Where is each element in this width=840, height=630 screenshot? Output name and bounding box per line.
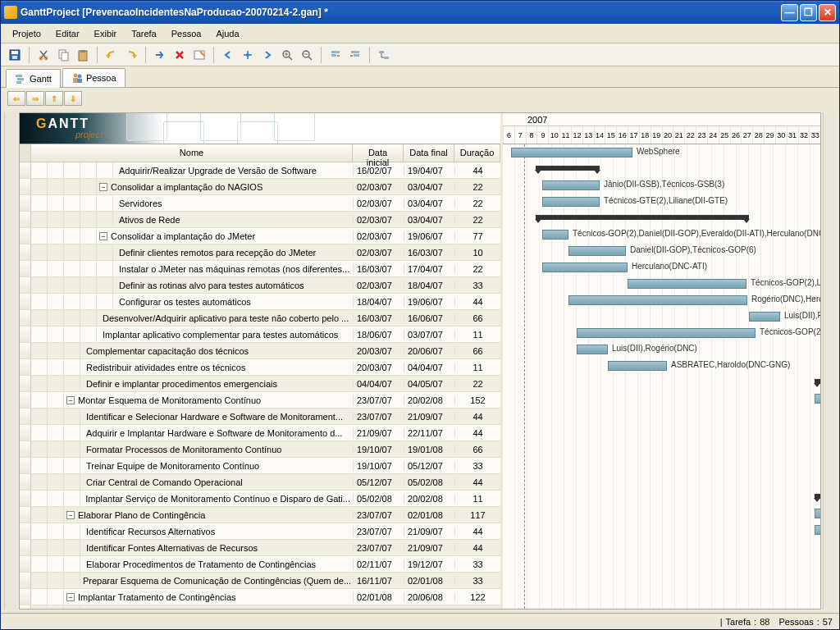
redo-icon[interactable] bbox=[122, 46, 140, 64]
tab-gantt[interactable]: Gantt bbox=[6, 69, 61, 88]
table-row[interactable]: Definir clientes remotos para recepção d… bbox=[20, 244, 500, 261]
menu-pessoa[interactable]: Pessoa bbox=[165, 27, 208, 40]
table-row[interactable]: −Montar Esquema de Monitoramento Contínu… bbox=[20, 392, 500, 409]
delete-task-icon[interactable] bbox=[171, 46, 189, 64]
task-name: Identificar e Selecionar Hardware e Soft… bbox=[86, 412, 343, 422]
gantt-bar[interactable]: Daniel(DII-GOP),Técnicos-GOP(6) bbox=[568, 246, 626, 256]
table-row[interactable]: Adquirir e Implantar Hardware e Software… bbox=[20, 425, 500, 441]
scroll-right-icon[interactable] bbox=[258, 46, 276, 64]
close-button[interactable]: ✕ bbox=[819, 4, 836, 21]
cut-icon[interactable] bbox=[34, 46, 52, 64]
tree-toggle-icon[interactable]: − bbox=[66, 593, 75, 601]
table-row[interactable]: Identificar Recursos Alternativos23/07/0… bbox=[20, 523, 500, 540]
gantt-bar[interactable]: Luis(DII),Rogério(DNC) bbox=[577, 345, 608, 354]
table-row[interactable]: Definir as rotinas alvo para testes auto… bbox=[20, 277, 500, 294]
col-data-final[interactable]: Data final bbox=[404, 144, 454, 162]
table-row[interactable]: Treinar Equipe de Monitoramento Contínuo… bbox=[20, 458, 500, 474]
table-row[interactable]: −Consolidar a implantação do NAGIOS02/03… bbox=[20, 179, 500, 195]
table-row[interactable]: Redistribuir atividades entre os técnico… bbox=[20, 359, 500, 376]
nav-forward-icon[interactable]: ⇒ bbox=[26, 91, 44, 106]
table-row[interactable]: Elaborar Procedimentos de Tratamento de … bbox=[20, 556, 500, 573]
table-row[interactable]: Servidores02/03/0703/04/0722 bbox=[20, 195, 500, 212]
gantt-bar[interactable]: Técnicos-GOP(23),Rita(D bbox=[577, 328, 756, 338]
gantt-bar[interactable] bbox=[536, 166, 600, 171]
copy-icon[interactable] bbox=[54, 46, 72, 64]
save-icon[interactable] bbox=[6, 46, 24, 64]
table-row[interactable]: Implantar Serviço de Monitoramento Contí… bbox=[20, 491, 500, 507]
table-row[interactable]: Ativos de Rede02/03/0703/04/0722 bbox=[20, 212, 500, 228]
gantt-bar[interactable]: Rogério(DNC),Herculano(DI bbox=[568, 295, 747, 305]
zoom-out-icon[interactable] bbox=[298, 46, 316, 64]
table-row[interactable]: Criar Central de Comando Operacional05/1… bbox=[20, 474, 500, 491]
right-scrollbar[interactable] bbox=[823, 112, 836, 609]
table-row[interactable]: Identificar Fontes Alternativas de Recur… bbox=[20, 540, 500, 556]
tree-toggle-icon[interactable]: − bbox=[99, 232, 107, 240]
tree-toggle-icon[interactable]: − bbox=[66, 396, 75, 404]
task-duration: 22 bbox=[454, 379, 500, 389]
timeline-day: 16 bbox=[616, 126, 628, 144]
tab-pessoa[interactable]: Pessoa bbox=[62, 68, 126, 87]
undo-icon[interactable] bbox=[103, 46, 121, 64]
col-data-inicial[interactable]: Data inicial bbox=[353, 144, 404, 162]
tree-toggle-icon[interactable]: − bbox=[99, 183, 107, 191]
gantt-bar[interactable]: Técnicos-GOP(2),Daniel(DII-GOP),Everaldo… bbox=[542, 230, 568, 240]
tree-toggle-icon[interactable]: − bbox=[66, 511, 75, 519]
nav-up-icon[interactable]: ⇑ bbox=[45, 91, 63, 106]
gantt-bar[interactable]: Jânio(DII-GSB),Técnicos-GSB(3) bbox=[542, 180, 600, 190]
gantt-bar[interactable]: Técnicos-GOP(2),Luciano bbox=[628, 279, 746, 289]
table-row[interactable]: −Implantar Tratamento de Contingências02… bbox=[20, 589, 500, 605]
minimize-button[interactable]: — bbox=[781, 4, 798, 21]
gantt-bar-label: Luis(DII),Rogério(DI bbox=[784, 311, 820, 320]
zoom-in-icon[interactable] bbox=[278, 46, 296, 64]
task-start: 02/01/08 bbox=[353, 592, 404, 602]
gantt-bar[interactable]: Herculano(DNC-ATI) bbox=[542, 262, 628, 272]
nav-back-icon[interactable]: ⇐ bbox=[7, 91, 25, 106]
properties-icon[interactable] bbox=[190, 46, 208, 64]
gantt-bar[interactable]: Técnicos-GTE(2),Liliane(DII-GTE) bbox=[542, 197, 600, 207]
table-row[interactable]: Preparar Simulações de Contingências02/0… bbox=[20, 605, 500, 609]
indent-icon[interactable] bbox=[346, 46, 364, 64]
nav-down-icon[interactable]: ⇓ bbox=[64, 91, 82, 106]
menu-ajuda[interactable]: Ajuda bbox=[209, 27, 245, 40]
table-row[interactable]: −Consolidar a implantação do JMeter02/03… bbox=[20, 228, 500, 244]
new-task-icon[interactable] bbox=[151, 46, 169, 64]
menu-exibir[interactable]: Exibir bbox=[88, 27, 124, 40]
table-row[interactable]: Preparar Esquema de Comunicação de Conti… bbox=[20, 573, 500, 589]
table-row[interactable]: Adquirir/Realizar Upgrade de Versão de S… bbox=[20, 162, 500, 179]
gantt-bar[interactable] bbox=[815, 394, 820, 404]
table-row[interactable]: Configurar os testes automáticos18/04/07… bbox=[20, 294, 500, 310]
gantt-bar[interactable] bbox=[536, 215, 749, 220]
gantt-bar[interactable] bbox=[815, 509, 820, 518]
gantt-chart-body[interactable]: WebSphereJânio(DII-GSB),Técnicos-GSB(3)T… bbox=[503, 144, 820, 609]
unindent-icon[interactable] bbox=[326, 46, 345, 64]
table-row[interactable]: Instalar o JMeter nas máquinas remotas (… bbox=[20, 261, 500, 277]
gantt-bar[interactable] bbox=[815, 494, 820, 499]
status-pessoas-label: Pessoas bbox=[778, 617, 813, 627]
task-grid-body[interactable]: Adquirir/Realizar Upgrade de Versão de S… bbox=[20, 162, 500, 609]
col-duracao[interactable]: Duração bbox=[454, 144, 500, 162]
table-row[interactable]: Desenvolver/Adquirir aplicativo para tes… bbox=[20, 310, 500, 326]
table-row[interactable]: Complementar capacitação dos técnicos20/… bbox=[20, 343, 500, 359]
table-row[interactable]: Identificar e Selecionar Hardware e Soft… bbox=[20, 409, 500, 425]
menu-tarefa[interactable]: Tarefa bbox=[125, 27, 163, 40]
table-row[interactable]: Formatar Processos de Monitoramento Cont… bbox=[20, 441, 500, 458]
task-start: 19/10/07 bbox=[353, 461, 404, 471]
left-scrollbar[interactable] bbox=[4, 112, 17, 609]
timeline-day: 27 bbox=[741, 126, 752, 144]
gantt-bar[interactable] bbox=[815, 525, 820, 535]
col-nome[interactable]: Nome bbox=[31, 144, 353, 162]
menu-editar[interactable]: Editar bbox=[49, 27, 86, 40]
gantt-bar[interactable] bbox=[815, 379, 820, 384]
menu-projeto[interactable]: Projeto bbox=[6, 27, 48, 40]
maximize-button[interactable]: ❐ bbox=[800, 4, 817, 21]
table-row[interactable]: Implantar aplicativo complementar para t… bbox=[20, 326, 500, 343]
scroll-left-icon[interactable] bbox=[219, 46, 237, 64]
gantt-bar[interactable]: Luis(DII),Rogério(DI bbox=[749, 312, 780, 322]
center-icon[interactable] bbox=[239, 46, 257, 64]
link-icon[interactable] bbox=[375, 46, 393, 64]
table-row[interactable]: Definir e implantar procedimentos emerge… bbox=[20, 376, 500, 392]
paste-icon[interactable] bbox=[74, 46, 92, 64]
gantt-bar[interactable]: ASBRATEC,Haroldo(DNC-GNG) bbox=[608, 361, 667, 371]
gantt-bar[interactable]: WebSphere bbox=[511, 148, 632, 158]
table-row[interactable]: −Elaborar Plano de Contingência23/07/070… bbox=[20, 507, 500, 523]
